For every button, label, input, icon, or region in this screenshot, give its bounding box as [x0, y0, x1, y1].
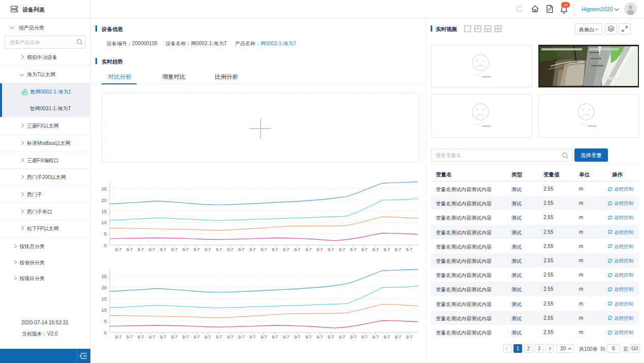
svg-text:9-7: 9-7 [406, 335, 412, 340]
svg-text:9-7: 9-7 [272, 247, 278, 252]
svg-text:9-7: 9-7 [205, 247, 211, 252]
svg-text:9-7: 9-7 [205, 335, 211, 340]
svg-text:9-7: 9-7 [194, 335, 200, 340]
svg-text:9-7: 9-7 [316, 247, 323, 252]
svg-text:5: 5 [104, 231, 107, 236]
svg-text:9-7: 9-7 [149, 247, 155, 252]
svg-text:9-7: 9-7 [294, 247, 301, 252]
svg-text:9-7: 9-7 [249, 247, 256, 252]
svg-text:9-7: 9-7 [339, 335, 345, 340]
svg-text:9-7: 9-7 [194, 247, 200, 252]
svg-text:10: 10 [101, 307, 107, 313]
svg-text:9-7: 9-7 [361, 335, 368, 340]
svg-text:9-7: 9-7 [372, 247, 379, 252]
svg-text:9-7: 9-7 [126, 335, 133, 340]
svg-text:9-7: 9-7 [261, 247, 267, 252]
svg-text:9-7: 9-7 [339, 247, 345, 252]
svg-text:9-7: 9-7 [361, 247, 368, 252]
svg-text:9-7: 9-7 [305, 335, 312, 340]
svg-text:9-7: 9-7 [126, 247, 133, 252]
svg-text:9-7: 9-7 [227, 247, 234, 252]
svg-text:9-7: 9-7 [182, 247, 189, 252]
svg-text:9-7: 9-7 [216, 335, 222, 340]
svg-text:9-7: 9-7 [328, 335, 334, 340]
svg-text:9-7: 9-7 [138, 335, 144, 340]
svg-text:9-7: 9-7 [305, 247, 312, 252]
svg-text:5: 5 [104, 318, 107, 324]
svg-text:9-7: 9-7 [283, 335, 289, 340]
svg-text:15: 15 [101, 296, 107, 301]
svg-text:9-7: 9-7 [160, 247, 167, 252]
svg-text:9-7: 9-7 [238, 247, 245, 252]
svg-text:9-7: 9-7 [316, 335, 323, 340]
svg-text:9-7: 9-7 [216, 247, 222, 252]
svg-text:25: 25 [101, 186, 107, 192]
svg-text:9-7: 9-7 [383, 335, 390, 340]
svg-text:9-7: 9-7 [115, 247, 122, 252]
svg-text:9-7: 9-7 [171, 247, 178, 252]
svg-text:9-7: 9-7 [406, 247, 412, 252]
svg-text:0: 0 [104, 330, 107, 336]
svg-text:9-7: 9-7 [350, 247, 357, 252]
svg-text:20: 20 [101, 197, 107, 203]
svg-text:25: 25 [101, 274, 107, 279]
svg-text:9-7: 9-7 [328, 247, 334, 252]
svg-text:9-7: 9-7 [171, 335, 178, 340]
svg-text:9-7: 9-7 [350, 335, 357, 340]
svg-text:9-7: 9-7 [261, 335, 267, 340]
svg-text:9-7: 9-7 [138, 247, 144, 252]
svg-text:9-7: 9-7 [238, 335, 245, 340]
svg-text:0: 0 [104, 243, 107, 248]
svg-text:9-7: 9-7 [160, 335, 167, 340]
svg-text:9-7: 9-7 [283, 247, 289, 252]
svg-text:10: 10 [101, 220, 107, 225]
svg-text:9-7: 9-7 [395, 335, 401, 340]
svg-text:9-7: 9-7 [149, 335, 155, 340]
svg-text:15: 15 [101, 208, 107, 214]
svg-text:9-7: 9-7 [272, 335, 278, 340]
svg-text:9-7: 9-7 [227, 335, 234, 340]
svg-text:9-7: 9-7 [383, 247, 390, 252]
svg-text:9-7: 9-7 [294, 335, 301, 340]
svg-text:9-7: 9-7 [115, 335, 122, 340]
svg-text:9-7: 9-7 [182, 335, 189, 340]
svg-text:9-7: 9-7 [249, 335, 256, 340]
svg-text:9-7: 9-7 [372, 335, 379, 340]
svg-text:20: 20 [101, 285, 107, 290]
svg-text:9-7: 9-7 [395, 247, 401, 252]
